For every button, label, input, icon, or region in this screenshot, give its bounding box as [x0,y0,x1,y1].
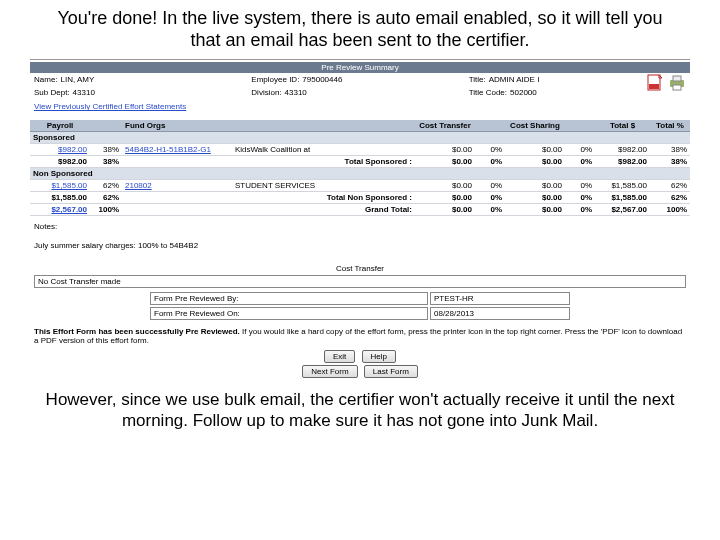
subdept-label: Sub Dept: [34,88,70,97]
fund-link[interactable]: 210802 [125,181,152,190]
titlecode-label: Title Code: [469,88,507,97]
slide-caption-top: You're done! In the live system, there i… [0,0,720,55]
col-cost-transfer: Cost Transfer [415,120,475,132]
title-value: ADMIN AIDE I [489,75,540,84]
app-screenshot: Pre Review Summary Name:LIN, AMY Employe… [30,59,690,378]
fund-link[interactable]: 54B4B2-H1-51B1B2-G1 [125,145,211,154]
division-label: Division: [251,88,281,97]
reviewed-on-value: 08/28/2013 [430,307,570,320]
effort-table: Payroll Fund Orgs Cost Transfer Cost Sha… [30,120,690,216]
success-message: This Effort Form has been successfully P… [30,324,690,348]
division-value: 43310 [285,88,307,97]
title-label: Title: [469,75,486,84]
table-row: $982.00 38% 54B4B2-H1-51B1B2-G1 KidsWalk… [30,144,690,156]
cost-transfer-box: No Cost Transfer made [34,275,686,288]
subtotal-non-sponsored: $1,585.0062% Total Non Sponsored : $0.00… [30,192,690,204]
empid-label: Employee ID: [251,75,299,84]
notes-label: Notes: [30,222,690,231]
name-label: Name: [34,75,58,84]
printer-icon[interactable] [668,74,686,92]
payroll-link[interactable]: $982.00 [58,145,87,154]
subtotal-sponsored: $982.0038% Total Sponsored : $0.000% $0.… [30,156,690,168]
svg-rect-3 [673,76,681,81]
reviewed-by-value: PTEST-HR [430,292,570,305]
section-non-sponsored: Non Sponsored [30,168,690,180]
notes-body: July summer salary charges: 100% to 54B4… [30,241,690,250]
slide-caption-bottom: However, since we use bulk email, the ce… [0,384,720,437]
titlecode-value: 502000 [510,88,537,97]
grand-total: $2,567.00100% Grand Total: $0.000% $0.00… [30,204,690,216]
svg-rect-4 [673,85,681,90]
col-payroll: Payroll [30,120,90,132]
reviewed-by-label: Form Pre Reviewed By: [150,292,428,305]
col-fund: Fund Orgs [122,120,232,132]
next-form-button[interactable]: Next Form [302,365,357,378]
col-total-dollar: Total $ [595,120,650,132]
payroll-link[interactable]: $1,585.00 [51,181,87,190]
help-button[interactable]: Help [362,350,396,363]
section-sponsored: Sponsored [30,132,690,144]
col-cost-sharing: Cost Sharing [505,120,565,132]
svg-rect-1 [649,84,659,89]
last-form-button[interactable]: Last Form [364,365,418,378]
pdf-icon[interactable] [646,74,664,92]
empid-value: 795000446 [302,75,342,84]
reviewed-on-label: Form Pre Reviewed On: [150,307,428,320]
table-row: $1,585.00 62% 210802 STUDENT SERVICES $0… [30,180,690,192]
exit-button[interactable]: Exit [324,350,355,363]
col-total-percent: Total % [650,120,690,132]
prev-statements-link[interactable]: View Previously Certified Effort Stateme… [34,102,186,111]
name-value: LIN, AMY [61,75,95,84]
cost-transfer-header: Cost Transfer [30,264,690,273]
subdept-value: 43310 [73,88,95,97]
summary-title-bar: Pre Review Summary [30,62,690,73]
